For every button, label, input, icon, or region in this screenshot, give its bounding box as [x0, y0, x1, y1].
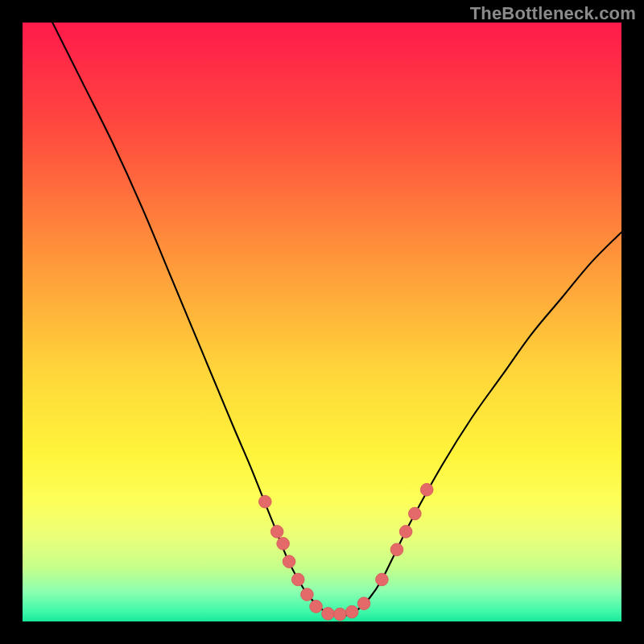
curve-marker — [301, 588, 314, 601]
curve-marker — [291, 573, 304, 586]
curve-marker — [390, 543, 403, 556]
curve-marker — [310, 601, 323, 613]
outer-frame: TheBottleneck.com — [0, 0, 644, 644]
curve-marker — [376, 573, 389, 586]
curve-marker — [399, 526, 412, 539]
curve-marker — [270, 526, 283, 539]
plot-area — [23, 23, 621, 621]
curve-marker — [409, 507, 422, 520]
curve-marker — [322, 608, 335, 621]
curve-marker — [357, 597, 370, 610]
bottleneck-curve — [52, 23, 621, 617]
curve-marker — [259, 495, 272, 508]
chart-svg — [23, 23, 621, 621]
curve-marker — [283, 555, 295, 568]
curve-marker — [277, 537, 290, 550]
curve-marker — [345, 605, 358, 618]
curve-marker — [334, 608, 347, 621]
curve-marker — [420, 484, 433, 497]
watermark-text: TheBottleneck.com — [470, 3, 636, 24]
